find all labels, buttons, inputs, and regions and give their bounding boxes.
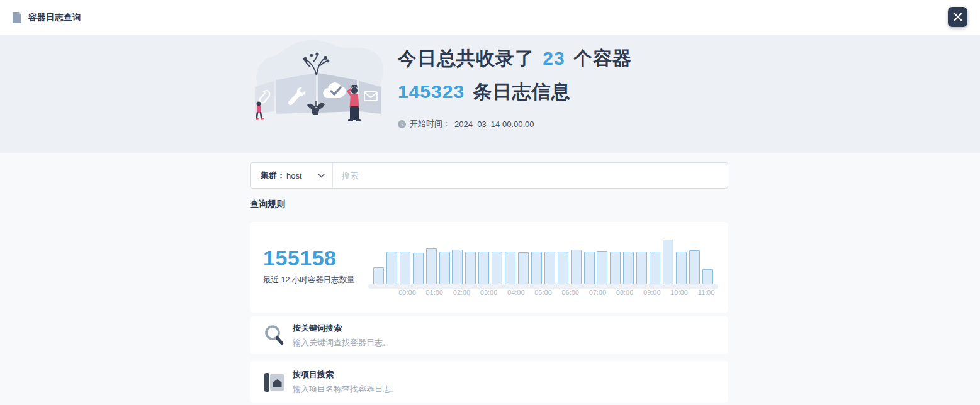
axis-tick-label: 03:00: [480, 289, 498, 296]
bar: [571, 250, 582, 284]
bar: [426, 248, 437, 284]
bar: [544, 252, 555, 284]
stats-summary: 155158 最近 12 小时容器日志数量: [250, 222, 373, 313]
hero-line-1: 今日总共收录了 23 个容器: [398, 42, 632, 75]
bar-chart-bars: [373, 240, 713, 284]
close-icon: [954, 13, 962, 21]
bar: [439, 252, 450, 284]
page-title: 容器日志查询: [28, 12, 81, 23]
search-by-keyword-card[interactable]: 按关键词搜索 输入关键词查找容器日志。: [250, 316, 728, 354]
hero-illustration: [250, 36, 386, 125]
bar: [702, 269, 713, 284]
axis-tick-label: 05:00: [534, 289, 552, 296]
start-time-label: 开始时间：: [410, 118, 451, 130]
bar: [584, 252, 595, 284]
bar: [623, 252, 634, 284]
bar: [558, 252, 568, 284]
bar-chart-axis: 00:0001:0002:0003:0004:0005:0006:0007:00…: [373, 289, 713, 301]
keyword-card-title: 按关键词搜索: [293, 323, 391, 334]
bar: [636, 252, 647, 284]
project-card-subtitle: 输入项目名称查找容器日志。: [293, 384, 399, 395]
chevron-down-icon: [318, 174, 325, 178]
cluster-label: 集群：: [261, 170, 285, 181]
header: 容器日志查询: [0, 0, 980, 35]
bar: [413, 253, 424, 284]
bar: [465, 252, 476, 284]
x-axis-band: [368, 284, 718, 289]
axis-tick-label: 07:00: [589, 289, 607, 296]
search-input[interactable]: [333, 163, 728, 188]
bar: [676, 252, 687, 284]
search-bar: 集群： host: [250, 162, 728, 189]
bar: [478, 252, 489, 284]
bar: [650, 252, 660, 284]
bar: [400, 252, 410, 284]
document-icon: [13, 12, 22, 23]
bar: [452, 250, 463, 284]
axis-tick-label: 02:00: [453, 289, 471, 296]
bar-chart: 00:0001:0002:0003:0004:0005:0006:0007:00…: [373, 240, 713, 301]
hero-line1-prefix: 今日总共收录了: [398, 48, 534, 69]
axis-tick-label: 01:00: [425, 289, 443, 296]
cluster-value: host: [286, 171, 302, 180]
log-count: 145323: [398, 81, 467, 102]
start-time-row: 开始时间： 2024–03–14 00:00:00: [398, 118, 632, 130]
hero-banner: 今日总共收录了 23 个容器 145323 条日志信息 开始时间： 2024–0…: [0, 35, 980, 153]
axis-tick-label: 06:00: [561, 289, 579, 296]
bar: [505, 252, 515, 284]
hero-line1-suffix: 个容器: [573, 48, 632, 69]
log-total-caption: 最近 12 小时容器日志数量: [263, 275, 373, 286]
search-by-project-card[interactable]: 按项目搜索 输入项目名称查找容器日志。: [250, 361, 728, 403]
container-count: 23: [540, 48, 567, 69]
axis-tick-label: 00:00: [398, 289, 416, 296]
start-time-value: 2024–03–14 00:00:00: [454, 119, 534, 129]
close-button[interactable]: [948, 7, 967, 27]
axis-tick-label: 04:00: [507, 289, 525, 296]
hero-line2-suffix: 条日志信息: [473, 81, 570, 102]
axis-tick-label: 08:00: [616, 289, 634, 296]
bar: [531, 252, 542, 284]
clock-icon: [398, 120, 406, 128]
bar: [689, 250, 700, 284]
bar: [492, 252, 502, 284]
axis-tick-label: 09:00: [643, 289, 661, 296]
keyword-card-subtitle: 输入关键词查找容器日志。: [293, 337, 391, 348]
section-title: 查询规则: [250, 199, 285, 210]
axis-tick-label: 11:00: [698, 289, 715, 296]
magnifier-icon: [264, 325, 285, 346]
log-total-number: 155158: [263, 246, 373, 270]
axis-tick-label: 10:00: [670, 289, 688, 296]
bar: [518, 252, 529, 284]
bar: [386, 252, 397, 284]
bar: [597, 251, 607, 284]
hero-line-2: 145323 条日志信息: [398, 75, 632, 108]
bar: [373, 267, 384, 284]
stats-card: 155158 最近 12 小时容器日志数量 00:0001:0002:0003:…: [250, 222, 728, 313]
bar: [663, 240, 673, 284]
cluster-select[interactable]: 集群： host: [251, 163, 333, 188]
bar: [610, 252, 621, 284]
main-content: 集群： host 查询规则 155158 最近 12 小时容器日志数量 00:0…: [0, 153, 980, 405]
project-card-title: 按项目搜索: [293, 369, 399, 380]
project-map-icon: [264, 372, 285, 393]
